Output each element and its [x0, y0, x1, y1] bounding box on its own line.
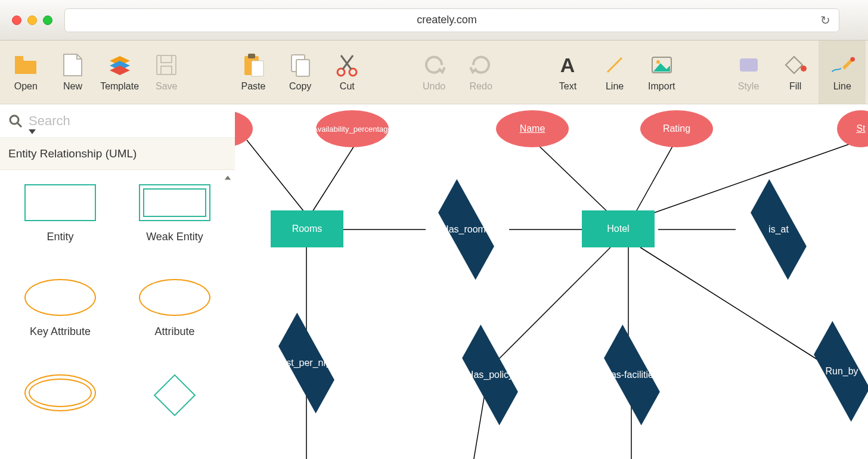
text-icon: A — [555, 52, 580, 77]
style-button[interactable]: Style — [725, 41, 772, 104]
shape-derived-attribute[interactable] — [8, 374, 112, 445]
pencil-line-icon — [830, 52, 855, 77]
minimize-window-icon[interactable] — [27, 15, 37, 25]
svg-rect-8 — [296, 60, 309, 76]
shapes-panel-title: Entity Relationship (UML) — [0, 138, 235, 170]
traffic-lights — [12, 15, 52, 25]
entity-hotel[interactable]: Hotel — [582, 210, 655, 247]
shape-key-attribute[interactable]: Key Attribute — [8, 279, 112, 357]
import-button[interactable]: Import — [638, 41, 685, 104]
cut-icon — [334, 52, 359, 77]
relationship-has-policy[interactable]: Has_policy — [438, 349, 542, 401]
svg-point-18 — [10, 116, 18, 124]
paste-button[interactable]: Paste — [230, 41, 277, 104]
undo-button[interactable]: Undo — [411, 41, 458, 104]
template-label: Template — [100, 81, 139, 92]
cut-button[interactable]: Cut — [324, 41, 371, 104]
search-row — [0, 104, 235, 138]
style-label: Style — [738, 81, 760, 92]
svg-line-30 — [497, 247, 610, 361]
open-button[interactable]: Open — [2, 41, 49, 104]
line-tool-button[interactable]: Line — [591, 41, 638, 104]
browser-chrome: creately.com ↻ — [0, 0, 868, 41]
line-style-button[interactable]: Line — [819, 41, 866, 104]
line-icon — [602, 52, 627, 77]
template-icon — [107, 52, 132, 77]
svg-line-12 — [607, 58, 622, 72]
search-input[interactable] — [29, 113, 227, 129]
svg-rect-6 — [252, 61, 264, 76]
svg-point-17 — [850, 57, 855, 62]
relationship-is-at[interactable]: is_at — [726, 203, 831, 256]
svg-text:A: A — [560, 54, 575, 76]
line-tool-label: Line — [606, 81, 624, 92]
attribute-name[interactable]: Name — [496, 110, 569, 147]
diagram-canvas[interactable]: ype Availability_percentage Name Rating … — [235, 104, 868, 459]
svg-point-16 — [801, 66, 807, 72]
text-tool-label: Text — [559, 81, 576, 92]
shape-attribute[interactable]: Attribute — [123, 279, 227, 357]
svg-line-21 — [312, 146, 354, 212]
shape-relationship[interactable] — [123, 374, 227, 445]
save-icon — [154, 52, 179, 77]
open-label: Open — [14, 81, 38, 92]
search-icon — [8, 114, 23, 128]
fill-button[interactable]: Fill — [772, 41, 819, 104]
shapes-sidebar: Entity Relationship (UML) Entity Weak En… — [0, 104, 235, 459]
shape-weak-entity-label: Weak Entity — [146, 231, 203, 243]
scroll-up-icon[interactable] — [224, 175, 231, 182]
svg-line-19 — [17, 123, 21, 127]
attribute-rating[interactable]: Rating — [640, 110, 713, 147]
folder-icon — [13, 52, 38, 77]
svg-line-25 — [533, 140, 610, 215]
shape-weak-entity[interactable]: Weak Entity — [123, 184, 227, 262]
copy-label: Copy — [289, 81, 311, 92]
fill-icon — [783, 52, 808, 77]
svg-rect-15 — [740, 58, 758, 72]
shape-entity-label: Entity — [46, 231, 73, 243]
svg-rect-1 — [157, 55, 176, 75]
redo-button[interactable]: Redo — [457, 41, 504, 104]
redo-label: Redo — [470, 81, 492, 92]
svg-point-14 — [656, 60, 660, 64]
template-button[interactable]: Template — [96, 41, 143, 104]
copy-icon — [288, 52, 313, 77]
attribute-availability[interactable]: Availability_percentage — [316, 110, 389, 147]
undo-label: Undo — [423, 81, 445, 92]
svg-rect-5 — [248, 54, 255, 58]
copy-button[interactable]: Copy — [277, 41, 324, 104]
paste-label: Paste — [241, 81, 266, 92]
close-window-icon[interactable] — [12, 15, 21, 25]
new-file-icon — [60, 52, 85, 77]
save-button[interactable]: Save — [143, 41, 190, 104]
new-button[interactable]: New — [49, 41, 97, 104]
relationship-has-rooms[interactable]: Has_rooms — [414, 203, 519, 256]
redo-icon — [469, 52, 494, 77]
shape-entity[interactable]: Entity — [8, 184, 112, 262]
fill-label: Fill — [789, 81, 801, 92]
line-style-label: Line — [833, 81, 851, 92]
save-label: Save — [156, 81, 177, 92]
text-tool-button[interactable]: A Text — [544, 41, 591, 104]
shape-key-attribute-label: Key Attribute — [30, 325, 91, 338]
url-bar[interactable]: creately.com ↻ — [64, 8, 839, 32]
shape-attribute-label: Attribute — [154, 325, 194, 338]
svg-rect-3 — [161, 66, 172, 75]
style-icon — [736, 52, 761, 77]
svg-rect-0 — [15, 56, 23, 61]
relationship-has-facilities[interactable]: has-facilities — [579, 349, 684, 401]
relationship-cost-per-night[interactable]: Cost_per_night — [254, 337, 359, 389]
entity-rooms[interactable]: Rooms — [271, 210, 343, 247]
svg-line-20 — [247, 140, 306, 215]
new-label: New — [63, 81, 82, 92]
relationship-run-by[interactable]: Run_by — [789, 345, 868, 398]
refresh-icon[interactable]: ↻ — [820, 13, 830, 27]
dropdown-caret-icon[interactable] — [29, 129, 36, 137]
maximize-window-icon[interactable] — [43, 15, 52, 25]
paste-icon — [241, 52, 266, 77]
svg-rect-2 — [161, 55, 172, 63]
cut-label: Cut — [340, 81, 355, 92]
undo-icon — [421, 52, 447, 77]
import-label: Import — [648, 81, 675, 92]
diagram-connectors — [235, 104, 868, 459]
